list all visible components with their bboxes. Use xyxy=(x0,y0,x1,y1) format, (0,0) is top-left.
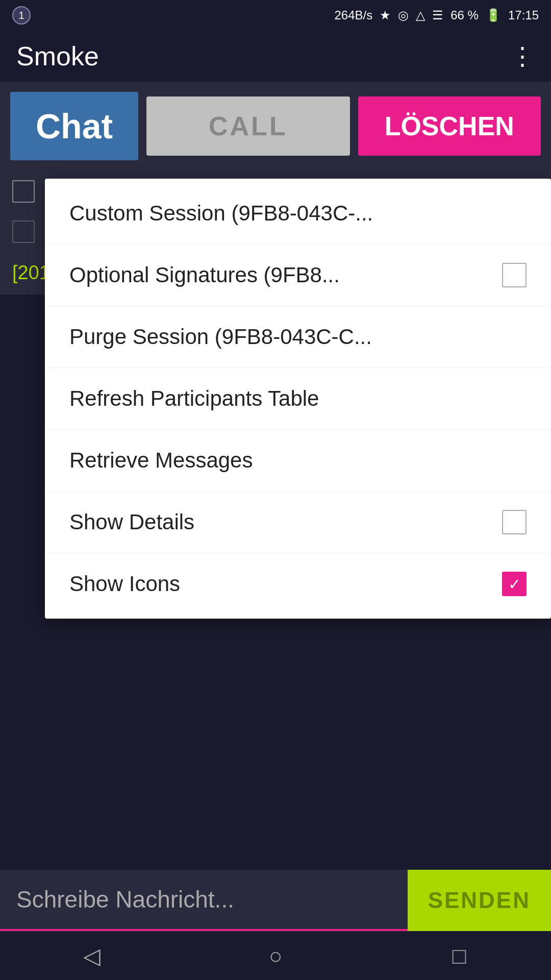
recent-icon: □ xyxy=(453,943,466,969)
message-input-container: Schreibe Nachricht... xyxy=(0,870,408,931)
show-icons-checkbox[interactable]: ✓ xyxy=(502,572,527,596)
menu-item-show-icons[interactable]: Show Icons ✓ xyxy=(45,553,551,615)
send-button[interactable]: SENDEN xyxy=(408,870,551,931)
status-left: 1 xyxy=(12,6,31,24)
bluetooth-icon: ★ xyxy=(380,8,391,22)
battery-level: 66 % xyxy=(450,8,479,22)
more-options-icon[interactable]: ⋮ xyxy=(510,42,535,70)
call-button-label: CALL xyxy=(209,111,288,141)
nav-bar: ◁ ○ □ xyxy=(0,931,551,980)
menu-item-label-optional-signatures: Optional Signatures (9FB8... xyxy=(69,263,340,287)
app-bar: Smoke ⋮ xyxy=(0,31,551,82)
chat-area: Chat CALL LÖSCHEN TheOne [2017-0 xyxy=(0,82,551,295)
battery-icon: 🔋 xyxy=(486,8,501,22)
chat-tab-label: Chat xyxy=(36,107,113,145)
menu-item-optional-signatures[interactable]: Optional Signatures (9FB8... xyxy=(45,244,551,306)
optional-signatures-checkbox[interactable] xyxy=(502,263,527,287)
network-speed: 264B/s xyxy=(335,8,373,22)
menu-item-retrieve-messages[interactable]: Retrieve Messages xyxy=(45,430,551,492)
participant-checkbox-2[interactable] xyxy=(12,220,35,243)
eye-icon: ◎ xyxy=(398,8,409,22)
home-icon: ○ xyxy=(269,943,283,969)
send-button-label: SENDEN xyxy=(428,888,531,913)
menu-item-label-purge-session: Purge Session (9FB8-043C-C... xyxy=(69,325,372,349)
chat-tab[interactable]: Chat xyxy=(10,92,138,160)
status-right: 264B/s ★ ◎ △ ☰ 66 % 🔋 17:15 xyxy=(335,8,539,22)
time-display: 17:15 xyxy=(508,8,539,22)
menu-item-label-refresh-participants: Refresh Participants Table xyxy=(69,386,319,411)
call-button[interactable]: CALL xyxy=(146,96,349,156)
menu-item-label-custom-session: Custom Session (9FB8-043C-... xyxy=(69,201,373,226)
menu-item-purge-session[interactable]: Purge Session (9FB8-043C-C... xyxy=(45,306,551,368)
back-button[interactable]: ◁ xyxy=(66,941,117,971)
app-title: Smoke xyxy=(16,41,99,71)
status-bar: 1 264B/s ★ ◎ △ ☰ 66 % 🔋 17:15 xyxy=(0,0,551,31)
menu-item-label-show-icons: Show Icons xyxy=(69,572,180,596)
signal-icon: ☰ xyxy=(432,8,443,22)
loschen-button-label: LÖSCHEN xyxy=(385,111,514,141)
menu-item-label-show-details: Show Details xyxy=(69,510,194,534)
message-input-placeholder[interactable]: Schreibe Nachricht... xyxy=(16,886,234,913)
notification-badge: 1 xyxy=(12,6,31,24)
menu-item-label-retrieve-messages: Retrieve Messages xyxy=(69,448,253,473)
participant-checkbox-1[interactable] xyxy=(12,180,35,203)
loschen-button[interactable]: LÖSCHEN xyxy=(358,96,541,156)
wifi-icon: △ xyxy=(416,8,425,22)
recent-button[interactable]: □ xyxy=(434,941,485,971)
menu-item-custom-session[interactable]: Custom Session (9FB8-043C-... xyxy=(45,183,551,244)
home-button[interactable]: ○ xyxy=(250,941,301,971)
chat-header: Chat CALL LÖSCHEN xyxy=(0,82,551,170)
back-icon: ◁ xyxy=(83,943,101,969)
dropdown-menu: Custom Session (9FB8-043C-... Optional S… xyxy=(45,179,551,619)
bottom-bar: Schreibe Nachricht... SENDEN xyxy=(0,870,551,931)
show-details-checkbox[interactable] xyxy=(502,510,527,534)
menu-item-show-details[interactable]: Show Details xyxy=(45,492,551,553)
menu-item-refresh-participants[interactable]: Refresh Participants Table xyxy=(45,368,551,430)
